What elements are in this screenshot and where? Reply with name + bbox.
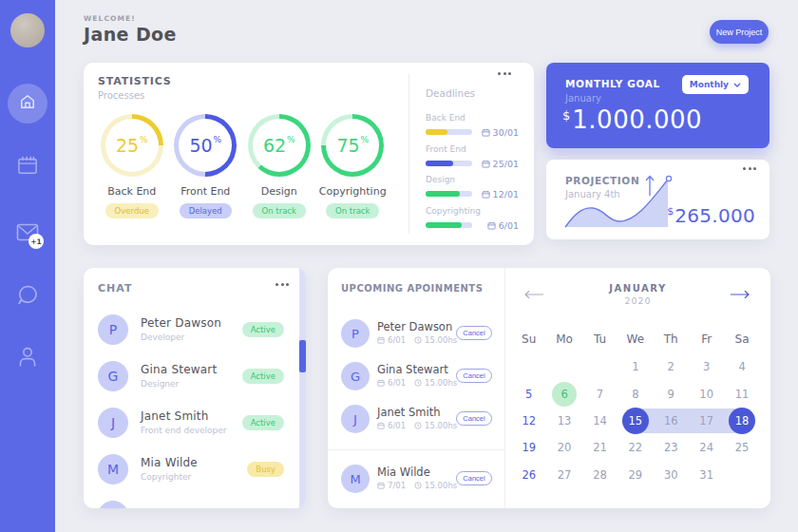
calendar-day[interactable]: 13 [546,408,581,434]
calendar-day[interactable]: 10 [689,380,724,407]
calendar-day[interactable]: 28 [582,462,618,488]
calendar-grid: 1 2 3 4 5 6 7 8 9 10 11 12 13 14 15 16 1… [511,353,760,488]
calendar-day[interactable]: 9 [654,380,689,407]
calendar-day[interactable]: 19 [511,434,546,461]
chevron-down-icon [733,83,741,87]
up-arrow-icon [646,177,654,197]
calendar-day[interactable]: 22 [618,434,653,461]
deadline-date: 6/01 [487,220,519,231]
calendar-day[interactable]: 27 [546,462,581,488]
stat-label: Front End [169,185,243,198]
chat-member-row[interactable]: P Peter Dawson Active [84,492,299,508]
mail-notification-badge: +1 [28,234,44,249]
calendar-day [724,462,759,488]
calendar-day[interactable]: 17 [689,408,724,434]
clock-icon [414,336,422,344]
calendar-day[interactable]: 25 [724,434,759,461]
cancel-button[interactable]: Cancel [456,471,492,485]
calendar-day[interactable]: 7 [582,380,618,407]
appointments-panel: UPCOMING APOINMENTS P Peter Dawson 6/01 … [328,268,504,508]
chat-member-row[interactable]: J Janet SmithFront end developer Active [84,399,299,446]
deadline-item: Copyrighting 6/01 [426,206,519,230]
status-badge: Active [242,508,284,509]
calendar-day[interactable]: 20 [546,434,581,461]
scrollbar-thumb[interactable] [299,340,306,372]
progress-ring: 25% [101,114,163,177]
calendar-mini-icon [377,336,385,344]
calendar-day[interactable]: 14 [582,408,618,434]
calendar-next-arrow-icon[interactable] [730,285,750,303]
calendar-mini-icon [482,160,490,168]
sidebar-item-mail[interactable] [0,223,55,245]
progress-ring: 50% [174,114,237,177]
calendar-day[interactable]: 24 [689,434,724,461]
chat-title: CHAT [98,282,132,294]
chat-member-row[interactable]: M Mia WildeCopyrighter Busy [84,446,299,492]
sidebar-item-profile[interactable] [0,346,55,371]
calendar-day[interactable]: 31 [689,462,724,488]
cancel-button[interactable]: Cancel [456,369,492,383]
monthly-goal-amount: $ 1.000.000 [562,105,702,134]
calendar-day[interactable]: 1 [618,353,653,380]
status-badge: Delayed [180,203,232,218]
calendar-day[interactable]: 3 [689,353,724,380]
progress-bar [426,129,472,135]
progress-ring: 62% [248,114,311,177]
calendar-day-selected[interactable]: 15 [618,408,653,434]
page-title: Jane Doe [84,24,177,45]
calendar-day[interactable]: 30 [654,462,689,488]
avatar[interactable] [10,13,45,48]
member-avatar: G [98,361,128,391]
status-badge: Busy [247,462,284,477]
period-dropdown[interactable]: Monthly [682,75,749,94]
calendar-mini-icon [377,422,385,429]
cancel-button[interactable]: Cancel [456,326,492,340]
member-avatar: J [341,405,370,433]
calendar-day[interactable]: 2 [654,353,689,380]
user-icon [17,346,38,371]
calendar-day[interactable]: 26 [511,462,546,488]
calendar-day[interactable]: 8 [618,380,653,407]
calendar-day[interactable]: 12 [511,408,546,434]
calendar-day-selected[interactable]: 18 [724,408,759,434]
stat-label: Copyrighting [316,185,390,198]
calendar-day[interactable]: 23 [654,434,689,461]
calendar-day[interactable]: 29 [618,462,653,488]
member-avatar: P [98,501,128,509]
new-project-button[interactable]: New Project [710,20,769,44]
sidebar: +1 [0,0,55,532]
scrollbar-track[interactable] [299,268,306,508]
sidebar-item-home[interactable] [8,84,48,124]
more-options-icon[interactable] [743,167,756,170]
calendar-mini-icon [482,128,490,137]
sidebar-item-chat[interactable] [0,284,55,310]
calendar-day[interactable]: 6 [546,380,581,407]
welcome-label: WELCOME! [84,14,136,23]
calendar-day[interactable]: 5 [511,380,546,407]
projection-amount: $ 265.000 [667,204,755,227]
calendar-day[interactable]: 4 [724,353,759,380]
percent-symbol: % [287,135,295,144]
member-avatar: G [341,362,370,390]
deadline-date: 25/01 [482,159,519,169]
statistics-rings: 25% Back End Overdue 50% Front End Delay… [95,112,390,218]
more-options-icon[interactable] [276,283,289,286]
calendar-day[interactable]: 16 [654,408,689,434]
calendar-day[interactable]: 21 [582,434,618,461]
deadline-date: 30/01 [482,127,519,138]
sidebar-item-calendar[interactable] [0,155,55,179]
deadline-item: Back End 30/01 [426,113,519,137]
cancel-button[interactable]: Cancel [456,411,492,426]
chat-member-row[interactable]: G Gina StewartDesigner Active [84,352,299,399]
deadlines-panel: Deadlines Back End 30/01 Front End 25/01 [426,63,519,245]
member-avatar: M [98,454,128,484]
chat-member-row[interactable]: P Peter DawsonDeveloper Active [84,306,299,352]
stat-design: 62% Design On track [242,112,316,218]
progress-ring: 75% [321,114,384,177]
member-avatar: P [341,319,370,348]
status-badge: On track [253,203,306,218]
chat-list: P Peter DawsonDeveloper Active G Gina St… [84,306,299,508]
calendar-day[interactable]: 11 [724,380,759,407]
stat-copyrighting: 75% Copyrighting On track [316,112,390,218]
appointment-meta: 7/01 15.00hs [377,481,457,490]
